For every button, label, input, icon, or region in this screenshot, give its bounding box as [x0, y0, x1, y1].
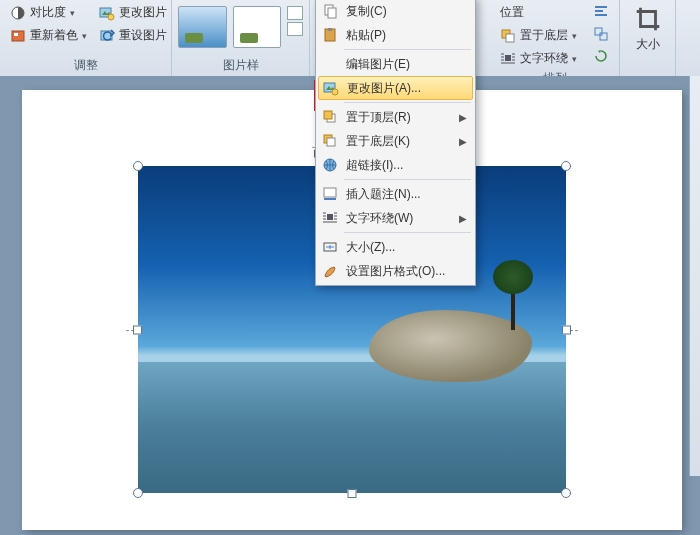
menu-copy-label: 复制(C) [346, 3, 467, 20]
text-wrap-icon [500, 51, 516, 67]
menu-paste[interactable]: 粘贴(P) [318, 23, 473, 47]
send-back-icon [320, 133, 340, 149]
menu-insert-caption[interactable]: 插入题注(N)... [318, 182, 473, 206]
group-adjust: 对比度▾ 重新着色▾ 更改图片 重设图片 调整 [0, 0, 172, 76]
change-picture-button[interactable]: 更改图片 [95, 2, 171, 23]
style-more-down[interactable] [287, 22, 303, 36]
submenu-arrow-icon: ▶ [459, 112, 467, 123]
rotate-button[interactable] [589, 46, 613, 66]
reset-picture-button[interactable]: 重设图片 [95, 25, 171, 46]
hyperlink-icon [320, 157, 340, 173]
change-picture-icon [99, 5, 115, 21]
contrast-icon [10, 5, 26, 21]
menu-copy[interactable]: 复制(C) [318, 0, 473, 23]
menu-size-label: 大小(Z)... [346, 239, 467, 256]
recolor-button[interactable]: 重新着色▾ [6, 25, 91, 46]
submenu-arrow-icon: ▶ [459, 213, 467, 224]
style-thumb-2[interactable] [233, 6, 282, 48]
resize-handle-r[interactable] [562, 325, 571, 334]
svg-rect-10 [600, 33, 607, 40]
rotate-icon [593, 48, 609, 64]
align-icon [593, 4, 609, 20]
group-icon [593, 26, 609, 42]
recolor-icon [10, 28, 26, 44]
svg-point-16 [332, 89, 338, 95]
send-back-label: 置于底层 [520, 27, 568, 44]
menu-separator [344, 232, 471, 233]
menu-send-back[interactable]: 置于底层(K)▶ [318, 129, 473, 153]
menu-hyperlink[interactable]: 超链接(I)... [318, 153, 473, 177]
menu-change-picture[interactable]: 更改图片(A)... [318, 76, 473, 100]
align-button[interactable] [589, 2, 613, 22]
caption-icon [320, 186, 340, 202]
menu-separator [344, 49, 471, 50]
svg-rect-22 [324, 188, 336, 197]
menu-size[interactable]: 大小(Z)... [318, 235, 473, 259]
style-thumb-1[interactable] [178, 6, 227, 48]
menu-change-picture-label: 更改图片(A)... [347, 80, 466, 97]
copy-icon [320, 3, 340, 19]
group-picture-styles: 图片样 [172, 0, 310, 76]
svg-rect-18 [324, 111, 332, 119]
change-picture-label: 更改图片 [119, 4, 167, 21]
position-label: 位置 [500, 4, 524, 21]
text-wrap-icon [320, 210, 340, 226]
paste-icon [320, 27, 340, 43]
crop-icon [633, 4, 663, 34]
svg-rect-9 [595, 28, 602, 35]
svg-rect-14 [328, 28, 332, 31]
style-more-up[interactable] [287, 6, 303, 20]
size-icon [320, 239, 340, 255]
svg-rect-24 [327, 214, 333, 220]
text-wrap-button[interactable]: 文字环绕▾ [496, 48, 581, 69]
format-picture-icon [320, 263, 340, 279]
svg-rect-23 [324, 198, 336, 200]
send-back-icon [500, 28, 516, 44]
reset-picture-icon [99, 28, 115, 44]
svg-rect-20 [327, 138, 335, 146]
crop-button[interactable]: 大小 [629, 2, 667, 55]
resize-handle-tl[interactable] [133, 161, 143, 171]
resize-handle-l[interactable] [133, 325, 142, 334]
size-label: 大小 [636, 36, 660, 53]
bring-front-icon [320, 109, 340, 125]
menu-edit-picture[interactable]: 编辑图片(E) [318, 52, 473, 76]
recolor-label: 重新着色 [30, 27, 78, 44]
menu-text-wrap[interactable]: 文字环绕(W)▶ [318, 206, 473, 230]
text-wrap-label: 文字环绕 [520, 50, 568, 67]
menu-hyperlink-label: 超链接(I)... [346, 157, 467, 174]
menu-separator [344, 102, 471, 103]
menu-paste-label: 粘贴(P) [346, 27, 467, 44]
reset-picture-label: 重设图片 [119, 27, 167, 44]
group-size-title [626, 73, 669, 75]
group-adjust-title: 调整 [6, 56, 165, 75]
change-picture-icon [321, 80, 341, 96]
send-back-button[interactable]: 置于底层▾ [496, 25, 581, 46]
menu-text-wrap-label: 文字环绕(W) [346, 210, 453, 227]
contrast-button[interactable]: 对比度▾ [6, 2, 91, 23]
menu-bring-front-label: 置于顶层(R) [346, 109, 453, 126]
menu-format-picture-label: 设置图片格式(O)... [346, 263, 467, 280]
group-arrange: 位置 置于底层▾ 文字环绕▾ 排列 [490, 0, 620, 76]
group-objects-button[interactable] [589, 24, 613, 44]
menu-edit-picture-label: 编辑图片(E) [346, 56, 467, 73]
resize-handle-br[interactable] [561, 488, 571, 498]
resize-handle-tr[interactable] [561, 161, 571, 171]
context-menu: 复制(C) 粘贴(P) 编辑图片(E) 更改图片(A)... 置于顶层(R)▶ … [315, 0, 476, 286]
resize-handle-bl[interactable] [133, 488, 143, 498]
position-button[interactable]: 位置 [496, 2, 581, 23]
svg-rect-2 [14, 33, 18, 36]
menu-format-picture[interactable]: 设置图片格式(O)... [318, 259, 473, 283]
menu-caption-label: 插入题注(N)... [346, 186, 467, 203]
svg-rect-7 [506, 34, 514, 42]
submenu-arrow-icon: ▶ [459, 136, 467, 147]
group-size: 大小 [620, 0, 676, 76]
svg-rect-8 [505, 55, 511, 61]
menu-send-back-label: 置于底层(K) [346, 133, 453, 150]
resize-handle-b[interactable] [348, 489, 357, 498]
contrast-label: 对比度 [30, 4, 66, 21]
right-sidebar[interactable] [689, 76, 700, 476]
group-styles-title: 图片样 [178, 56, 303, 75]
menu-bring-front[interactable]: 置于顶层(R)▶ [318, 105, 473, 129]
menu-separator [344, 179, 471, 180]
